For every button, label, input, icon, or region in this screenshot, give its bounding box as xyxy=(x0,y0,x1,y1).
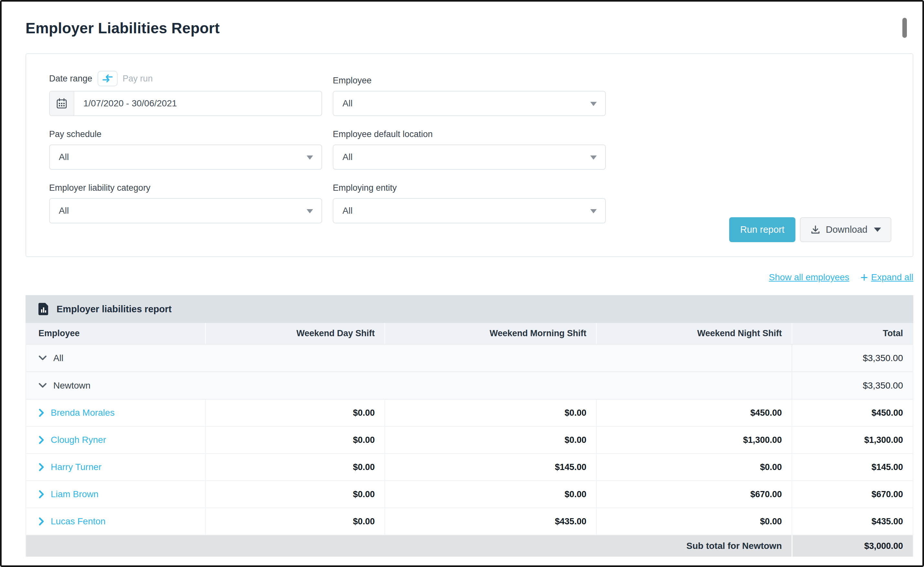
employee-cell[interactable]: Lucas Fenton xyxy=(26,508,205,535)
caret-down-icon xyxy=(590,209,597,214)
total-value: $145.00 xyxy=(792,454,913,480)
employee-cell[interactable]: Liam Brown xyxy=(26,481,205,507)
employee-cell[interactable]: Harry Turner xyxy=(26,454,205,480)
date-range-label: Date range xyxy=(49,74,92,84)
weekend-day-shift-value: $0.00 xyxy=(205,400,384,426)
show-all-employees-link[interactable]: Show all employees xyxy=(769,272,849,283)
employee-link[interactable]: Liam Brown xyxy=(51,489,99,499)
run-report-button[interactable]: Run report xyxy=(729,217,795,242)
chevron-right-icon xyxy=(39,436,44,444)
employee-cell[interactable]: Brenda Morales xyxy=(26,400,205,426)
chevron-right-icon xyxy=(39,463,44,471)
date-range-value: 1/07/2020 - 30/06/2021 xyxy=(74,92,177,116)
report-chart-icon xyxy=(38,302,50,316)
caret-down-icon xyxy=(307,155,313,160)
filters-panel: Date range Pay run xyxy=(26,53,914,257)
chevron-down-icon xyxy=(39,383,47,388)
table-row: Liam Brown $0.00 $0.00 $670.00 $670.00 xyxy=(26,481,913,508)
report-title: Employer liabilities report xyxy=(57,304,171,314)
employee-default-location-select[interactable]: All xyxy=(333,144,606,170)
caret-down-icon xyxy=(307,209,313,214)
date-payrun-toggle-button[interactable] xyxy=(98,71,118,86)
download-button-label: Download xyxy=(826,224,867,235)
subtotal-value: $3,000.00 xyxy=(792,535,913,556)
employing-entity-label: Employing entity xyxy=(333,178,606,193)
weekend-day-shift-value: $0.00 xyxy=(205,508,384,535)
employee-link[interactable]: Clough Ryner xyxy=(51,435,106,445)
report-body: Employee Weekend Day Shift Weekend Morni… xyxy=(26,323,914,556)
table-row: Lucas Fenton $0.00 $435.00 $0.00 $435.00 xyxy=(26,508,913,535)
group-toggle-newtown[interactable]: Newtown xyxy=(26,372,792,399)
weekend-morning-shift-value: $0.00 xyxy=(384,427,596,453)
column-header-weekend-night-shift: Weekend Night Shift xyxy=(596,323,792,344)
weekend-night-shift-value: $450.00 xyxy=(596,400,792,426)
employer-liability-category-select[interactable]: All xyxy=(49,198,322,223)
download-button[interactable]: Download xyxy=(800,217,891,242)
calendar-icon xyxy=(56,97,68,110)
table-actions-row: Show all employees + Expand all xyxy=(26,271,914,284)
panel-actions: Run report Download xyxy=(729,217,891,242)
pay-schedule-label: Pay schedule xyxy=(49,125,322,139)
total-value: $670.00 xyxy=(792,481,913,507)
weekend-morning-shift-value: $0.00 xyxy=(384,481,596,507)
weekend-night-shift-value: $0.00 xyxy=(596,508,792,535)
caret-down-icon xyxy=(590,155,597,160)
column-header-weekend-morning-shift: Weekend Morning Shift xyxy=(384,323,596,344)
report-titlebar: Employer liabilities report xyxy=(26,295,914,323)
employer-liability-category-field: Employer liability category All xyxy=(49,178,322,223)
table-row: Harry Turner $0.00 $145.00 $0.00 $145.00 xyxy=(26,454,913,481)
employing-entity-field: Employing entity All xyxy=(333,178,606,223)
calendar-button[interactable] xyxy=(50,92,74,116)
employee-select[interactable]: All xyxy=(333,91,606,116)
weekend-night-shift-value: $1,300.00 xyxy=(596,427,792,453)
employee-link[interactable]: Brenda Morales xyxy=(51,408,115,418)
weekend-night-shift-value: $0.00 xyxy=(596,454,792,480)
group-label-all: All xyxy=(53,353,63,363)
pay-schedule-select-value: All xyxy=(59,152,69,162)
download-icon xyxy=(810,225,820,235)
group-row-all[interactable]: All $3,350.00 xyxy=(26,344,913,372)
chevron-down-icon xyxy=(39,355,47,361)
subtotal-label: Sub total for Newtown xyxy=(26,535,792,556)
total-value: $435.00 xyxy=(792,508,913,535)
group-row-newtown[interactable]: Newtown $3,350.00 xyxy=(26,372,913,400)
weekend-morning-shift-value: $0.00 xyxy=(384,400,596,426)
employer-liability-category-label: Employer liability category xyxy=(49,178,322,193)
employee-link[interactable]: Lucas Fenton xyxy=(51,516,106,526)
pay-schedule-select[interactable]: All xyxy=(49,144,322,170)
payrun-toggle-label[interactable]: Pay run xyxy=(123,74,153,84)
vertical-scrollbar-thumb[interactable] xyxy=(902,18,907,38)
pay-schedule-field: Pay schedule All xyxy=(49,125,322,170)
table-row: Brenda Morales $0.00 $0.00 $450.00 $450.… xyxy=(26,400,913,427)
weekend-day-shift-value: $0.00 xyxy=(205,481,384,507)
employee-cell[interactable]: Clough Ryner xyxy=(26,427,205,453)
report-table: Employer liabilities report Employee Wee… xyxy=(26,295,914,556)
employee-default-location-field: Employee default location All xyxy=(333,125,606,170)
date-range-input[interactable]: 1/07/2020 - 30/06/2021 xyxy=(49,91,322,116)
swap-icon xyxy=(102,74,113,83)
employee-link[interactable]: Harry Turner xyxy=(51,462,102,472)
chevron-right-icon xyxy=(39,490,44,498)
employee-field: Employee All xyxy=(333,71,606,116)
employing-entity-select-value: All xyxy=(342,206,352,216)
employer-liability-category-select-value: All xyxy=(59,206,69,216)
employing-entity-select[interactable]: All xyxy=(333,198,606,223)
employee-select-value: All xyxy=(342,98,352,108)
expand-all-link[interactable]: + Expand all xyxy=(860,271,914,284)
page-title: Employer Liabilities Report xyxy=(26,20,220,37)
group-total-all: $3,350.00 xyxy=(792,344,913,371)
weekend-day-shift-value: $0.00 xyxy=(205,454,384,480)
caret-down-icon xyxy=(874,227,881,232)
column-header-total: Total xyxy=(792,323,913,344)
group-total-newtown: $3,350.00 xyxy=(792,372,913,399)
weekend-morning-shift-value: $435.00 xyxy=(384,508,596,535)
subtotal-row: Sub total for Newtown $3,000.00 xyxy=(26,535,913,556)
employee-label: Employee xyxy=(333,71,606,86)
column-header-weekend-day-shift: Weekend Day Shift xyxy=(205,323,384,344)
group-label-newtown: Newtown xyxy=(53,381,90,391)
employee-default-location-select-value: All xyxy=(342,152,352,162)
weekend-day-shift-value: $0.00 xyxy=(205,427,384,453)
chevron-right-icon xyxy=(39,409,44,417)
date-range-field: Date range Pay run xyxy=(49,71,322,116)
group-toggle-all[interactable]: All xyxy=(26,344,792,371)
